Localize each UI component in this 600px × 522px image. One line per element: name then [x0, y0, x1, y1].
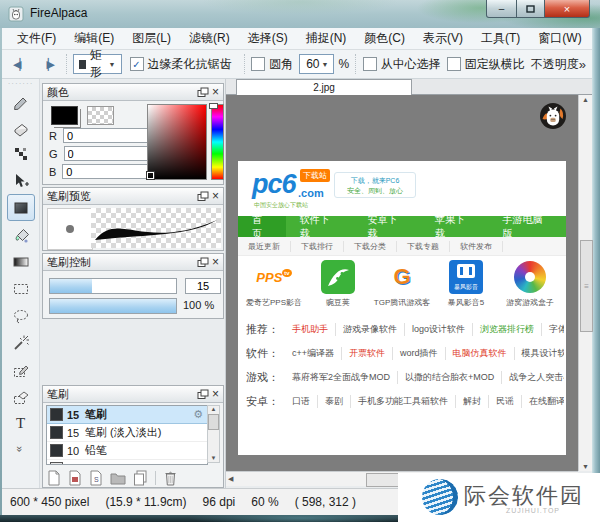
scroll-left-icon[interactable]: ◀: [228, 475, 233, 483]
brush-panel-titlebar[interactable]: 笔刷 ×: [43, 386, 223, 403]
select-pen-tool[interactable]: [7, 356, 35, 383]
opacity-label: 不透明度: [531, 56, 579, 73]
menu-help[interactable]: Help: [591, 30, 600, 48]
float-panel-icon[interactable]: [197, 257, 209, 268]
canvas-vertical-scrollbar[interactable]: ▲ ≡ ▼: [578, 95, 592, 471]
brush-control-title: 笔刷控制: [47, 255, 91, 270]
magic-wand-tool[interactable]: [7, 329, 35, 356]
menu-snap[interactable]: 捕捉(N): [297, 28, 356, 49]
document-tab[interactable]: 2.jpg: [236, 79, 412, 95]
delete-brush-icon[interactable]: [164, 470, 177, 486]
antialias-option[interactable]: ✓ 边缘柔化抗锯齿: [130, 56, 232, 73]
eraser-tool[interactable]: [7, 113, 35, 140]
scroll-thumb[interactable]: [208, 414, 219, 430]
transparent-color-swatch[interactable]: [87, 106, 114, 125]
close-icon[interactable]: ×: [212, 87, 219, 97]
toolbar-overflow-chevron[interactable]: »: [579, 57, 588, 72]
new-script-brush-icon[interactable]: S: [89, 470, 103, 486]
menu-window[interactable]: 窗口(W): [529, 28, 590, 49]
window-title: FireAlpaca: [30, 6, 87, 20]
gear-icon[interactable]: ⚙: [193, 408, 203, 421]
new-bitmap-brush-icon[interactable]: [68, 470, 82, 486]
recommend-links-row: 推荐： 手机助手游戏录像软件logo设计软件浏览器排行榜字体下载视频: [246, 319, 564, 339]
text-tool[interactable]: T: [7, 410, 35, 437]
scroll-up-icon[interactable]: ▲: [211, 406, 217, 412]
brush-row[interactable]: 10 铅笔: [47, 442, 207, 460]
saturation-value-picker[interactable]: [147, 104, 207, 180]
close-icon[interactable]: ×: [212, 191, 219, 201]
round-corner-option[interactable]: 圆角: [251, 56, 293, 73]
shape-select[interactable]: 矩形 ▼: [73, 54, 121, 74]
dither-tool[interactable]: [7, 140, 35, 167]
color-panel: 颜色 × R G B: [42, 83, 224, 185]
toolstrip-more-chevron[interactable]: »: [15, 446, 27, 452]
brush-swatch-icon: [50, 408, 63, 421]
window-frame-right: [592, 28, 600, 522]
lasso-select-tool[interactable]: [7, 302, 35, 329]
b-input[interactable]: [62, 164, 150, 179]
r-input[interactable]: [63, 128, 151, 143]
menu-filter[interactable]: 滤镜(R): [180, 28, 239, 49]
g-input[interactable]: [64, 146, 152, 161]
brush-size-slider[interactable]: [49, 278, 177, 294]
menu-select[interactable]: 选择(S): [239, 28, 297, 49]
round-corner-checkbox[interactable]: [251, 57, 265, 71]
undo-icon[interactable]: ◀▏: [6, 58, 33, 71]
tool-strip: ······· T »: [2, 79, 40, 488]
brush-size-value[interactable]: [185, 278, 221, 294]
color-panel-titlebar[interactable]: 颜色 ×: [43, 84, 223, 101]
menu-edit[interactable]: 编辑(E): [65, 28, 123, 49]
menu-color[interactable]: 颜色(C): [355, 28, 414, 49]
gradient-tool[interactable]: [7, 248, 35, 275]
rect-select-tool[interactable]: [7, 275, 35, 302]
hue-slider[interactable]: [211, 104, 224, 180]
brush-folder-icon[interactable]: [110, 470, 126, 486]
scroll-up-icon[interactable]: ▲: [579, 96, 592, 103]
scroll-down-icon[interactable]: ▼: [211, 455, 217, 461]
pen-tool[interactable]: [7, 86, 35, 113]
menu-tools[interactable]: 工具(T): [472, 28, 529, 49]
rectangle-tool[interactable]: [7, 194, 35, 221]
antialias-checkbox[interactable]: ✓: [130, 57, 144, 71]
scroll-thumb[interactable]: ≡: [580, 240, 593, 332]
menu-view[interactable]: 表示(V): [414, 28, 472, 49]
menu-layer[interactable]: 图层(L): [123, 28, 180, 49]
scroll-down-icon[interactable]: ▼: [579, 463, 592, 470]
hue-slider-marker: [209, 103, 218, 109]
float-panel-icon[interactable]: [197, 389, 209, 400]
pc6-slogan-box: 下载，就来PC6 安全、周到、放心: [334, 172, 416, 198]
firealpaca-window: FireAlpaca – × 文件(F) 编辑(E) 图层(L) 滤镜(R) 选…: [0, 0, 600, 522]
title-bar[interactable]: FireAlpaca – ×: [0, 0, 600, 29]
round-corner-combo[interactable]: 60 ▼: [299, 54, 334, 74]
close-icon[interactable]: ×: [212, 389, 219, 399]
gamebox-pinwheel-icon: [514, 261, 546, 293]
new-brush-icon[interactable]: [47, 470, 61, 486]
duplicate-brush-icon[interactable]: [133, 470, 148, 486]
maximize-button[interactable]: [517, 0, 544, 18]
select-eraser-tool[interactable]: [7, 383, 35, 410]
from-center-checkbox[interactable]: [363, 57, 377, 71]
brush-row[interactable]: 15 笔刷 (淡入淡出): [47, 424, 207, 442]
fixed-ratio-checkbox[interactable]: [447, 57, 461, 71]
menu-file[interactable]: 文件(F): [8, 28, 65, 49]
foreground-color-swatch[interactable]: [51, 106, 78, 125]
drawing-canvas[interactable]: pc6 下载站 .com 中国安全放心下载站 下载，就来PC6 安全、周到、放心…: [226, 95, 578, 471]
window-controls: – ×: [486, 0, 590, 18]
brush-control-titlebar[interactable]: 笔刷控制 ×: [43, 254, 223, 271]
close-icon[interactable]: ×: [212, 257, 219, 267]
move-tool[interactable]: [7, 167, 35, 194]
brush-list-scrollbar[interactable]: ▲ ▼: [207, 405, 220, 463]
fixed-ratio-option[interactable]: 固定纵横比: [447, 56, 525, 73]
from-center-option[interactable]: 从中心选择: [363, 56, 441, 73]
float-panel-icon[interactable]: [197, 191, 209, 202]
brush-row[interactable]: [47, 460, 207, 465]
close-button[interactable]: ×: [544, 0, 590, 18]
brush-opacity-slider[interactable]: [49, 298, 177, 314]
brush-preview-titlebar[interactable]: 笔刷预览 ×: [43, 188, 223, 205]
redo-icon[interactable]: ▕▶: [33, 58, 60, 71]
brush-swatch-icon: [50, 426, 63, 439]
bucket-tool[interactable]: [7, 221, 35, 248]
brush-row[interactable]: 15 笔刷 ⚙: [47, 406, 207, 424]
minimize-button[interactable]: –: [486, 0, 517, 18]
float-panel-icon[interactable]: [197, 87, 209, 98]
